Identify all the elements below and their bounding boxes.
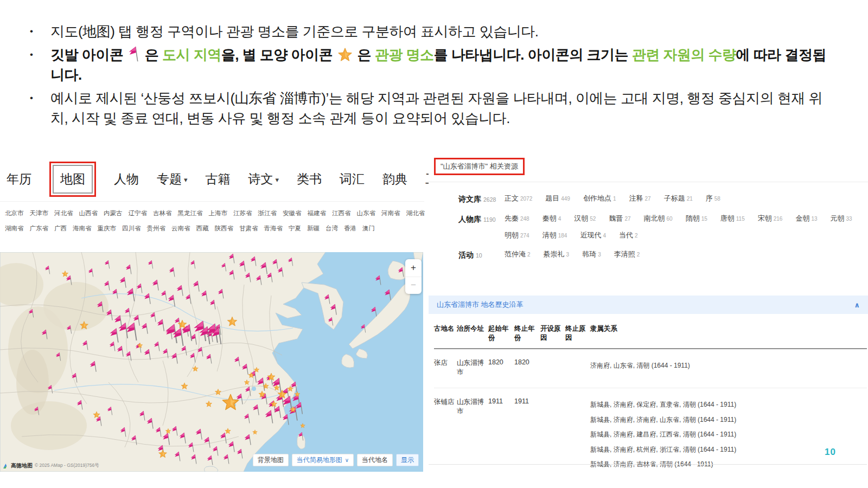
province-link-西藏[interactable]: 西藏 [196, 224, 209, 233]
province-link-云南省[interactable]: 云南省 [171, 224, 190, 233]
nav-tab-人物[interactable]: 人物 [114, 171, 139, 188]
tag-count: 216 [774, 216, 783, 222]
province-link-台湾[interactable]: 台湾 [326, 224, 338, 233]
province-link-甘肃省[interactable]: 甘肃省 [239, 224, 258, 233]
table-cell: 1911 [488, 397, 514, 472]
resource-tag-link[interactable]: 题目449 [545, 194, 570, 204]
resource-tag-link[interactable]: 近现代4 [580, 230, 606, 240]
nav-tab-古籍[interactable]: 古籍 [206, 171, 231, 188]
history-table: 古地名治所今址起始年份终止年份开设原因终止原因隶属关系 张店山东淄博市18201… [434, 317, 867, 483]
province-link-浙江省[interactable]: 浙江省 [258, 209, 277, 217]
map-button-当代简易地形图[interactable]: 当代简易地形图∨ [292, 454, 354, 466]
resource-tag-link[interactable]: 当代2 [619, 230, 638, 240]
city-flag-marker[interactable] [371, 307, 376, 317]
zoom-in-button[interactable]: + [405, 259, 422, 277]
province-link-北京市[interactable]: 北京市 [5, 209, 24, 217]
province-link-青海省[interactable]: 青海省 [264, 224, 283, 233]
province-link-河南省[interactable]: 河南省 [381, 209, 400, 217]
map-button-当代地名[interactable]: 当代地名 [357, 454, 393, 466]
province-link-宁夏[interactable]: 宁夏 [289, 224, 301, 233]
resource-tag-link[interactable]: 先秦248 [505, 214, 529, 223]
resource-tag-link[interactable]: 綦崇礼3 [544, 249, 570, 260]
nav-tab-类书[interactable]: 类书 [297, 171, 322, 188]
province-link-贵州省[interactable]: 贵州省 [147, 224, 166, 233]
resource-tag-link[interactable]: 金朝13 [795, 214, 817, 223]
nav-tab-词汇[interactable]: 词汇 [340, 171, 365, 188]
nav-tab-专题[interactable]: 专题▾ [157, 171, 188, 188]
table-header-cell: 终止年份 [514, 317, 540, 348]
province-link-重庆市[interactable]: 重庆市 [98, 224, 117, 233]
tag-count: 15 [701, 216, 707, 222]
scenic-star-marker[interactable] [301, 423, 305, 428]
resource-tag-link[interactable]: 李清照2 [614, 249, 640, 260]
table-header-cell: 起始年份 [488, 317, 514, 348]
tag-name: 南北朝 [644, 214, 665, 222]
province-link-江西省[interactable]: 江西省 [332, 209, 351, 217]
nav-tab-label: 地图 [60, 172, 85, 186]
nav-tab-年历[interactable]: 年历 [7, 171, 31, 188]
history-section-header[interactable]: 山东省淄博市 地名歷史沿革 ∧ [429, 296, 868, 314]
province-link-湖北省[interactable]: 湖北省 [406, 209, 425, 217]
map-canvas[interactable]: + − 背景地图当代简易地形图∨当代地名显示 高德地图 © 2025 AMap … [0, 252, 423, 472]
city-flag-marker[interactable] [296, 402, 303, 414]
nav-tab-地图[interactable]: 地图 [60, 171, 85, 188]
province-row-2: 湖南省广东省广西海南省重庆市四川省贵州省云南省西藏陕西省甘肃省青海省宁夏新疆台湾… [5, 224, 424, 233]
zoom-out-button[interactable]: − [405, 277, 422, 294]
resource-tag-link[interactable]: 宋朝216 [758, 214, 783, 223]
city-flag-marker[interactable] [385, 290, 391, 300]
province-link-安徽省[interactable]: 安徽省 [283, 209, 302, 217]
province-link-海南省[interactable]: 海南省 [73, 224, 92, 233]
resource-tag-link[interactable]: 魏晋27 [609, 214, 630, 223]
province-link-江苏省[interactable]: 江苏省 [233, 209, 252, 217]
province-link-河北省[interactable]: 河北省 [54, 209, 73, 217]
province-link-广西[interactable]: 广西 [54, 224, 67, 233]
province-link-四川省[interactable]: 四川省 [122, 224, 141, 233]
nav-tab-label: 韵典 [382, 172, 407, 186]
chevron-down-icon: ▾ [276, 176, 279, 184]
nav-tab-诗文[interactable]: 诗文▾ [248, 171, 279, 188]
resource-tag-link[interactable]: 子标题21 [664, 194, 693, 204]
province-link-陕西省[interactable]: 陕西省 [215, 224, 234, 233]
resource-tag-link[interactable]: 隋朝15 [686, 214, 707, 223]
resource-tag-link[interactable]: 范仲淹2 [505, 249, 531, 260]
resource-tag-link[interactable]: 正文2072 [505, 194, 532, 204]
map-button-背景地图[interactable]: 背景地图 [253, 454, 289, 466]
resource-tag-link[interactable]: 注释27 [629, 194, 651, 204]
nav-tab-韵典[interactable]: 韵典 [382, 171, 407, 188]
province-link-天津市[interactable]: 天津市 [30, 209, 49, 217]
province-link-内蒙古[interactable]: 内蒙古 [104, 209, 123, 217]
map-button-显示[interactable]: 显示 [396, 454, 419, 466]
province-link-湖南省[interactable]: 湖南省 [5, 224, 24, 233]
province-link-吉林省[interactable]: 吉林省 [153, 209, 172, 217]
province-link-黑龙江省[interactable]: 黑龙江省 [178, 209, 203, 217]
province-link-福建省[interactable]: 福建省 [308, 209, 327, 217]
tag-name: 隋朝 [686, 214, 700, 222]
city-flag-marker[interactable] [375, 275, 381, 285]
nav-tab-label: 诗文 [248, 172, 273, 186]
tag-name: 綦崇礼 [544, 250, 565, 258]
province-links: 北京市天津市河北省山西省内蒙古辽宁省吉林省黑龙江省上海市江苏省浙江省安徽省福建省… [0, 205, 424, 243]
resource-tag-link[interactable]: 唐朝115 [720, 214, 745, 223]
province-link-山东省[interactable]: 山东省 [357, 209, 376, 217]
resource-tag-link[interactable]: 韩琦3 [582, 249, 601, 260]
province-link-辽宁省[interactable]: 辽宁省 [129, 209, 148, 217]
resource-tag-link[interactable]: 汉朝52 [574, 214, 596, 223]
resource-tag-link[interactable]: 明朝274 [505, 230, 529, 240]
province-link-香港[interactable]: 香港 [344, 224, 356, 233]
province-link-山西省[interactable]: 山西省 [79, 209, 98, 217]
province-link-新疆[interactable]: 新疆 [307, 224, 320, 233]
resource-tag-link[interactable]: 南北朝60 [644, 214, 673, 223]
resource-tag-link[interactable]: 秦朝4 [542, 214, 561, 223]
province-link-澳门[interactable]: 澳门 [362, 224, 375, 233]
resource-tag-link[interactable]: 创作地点1 [583, 194, 616, 204]
resource-tag-link[interactable]: 元朝33 [831, 214, 852, 223]
resource-label: 诗文库 [458, 195, 481, 203]
province-link-广东省[interactable]: 广东省 [30, 224, 49, 233]
tag-name: 金朝 [795, 214, 809, 222]
amap-logo-icon [3, 463, 9, 469]
chevron-up-icon[interactable]: ∧ [854, 301, 860, 309]
tag-count: 2 [527, 252, 531, 258]
resource-tag-link[interactable]: 序58 [706, 194, 720, 204]
province-link-上海市[interactable]: 上海市 [209, 209, 228, 217]
resource-tag-link[interactable]: 清朝184 [542, 230, 567, 240]
